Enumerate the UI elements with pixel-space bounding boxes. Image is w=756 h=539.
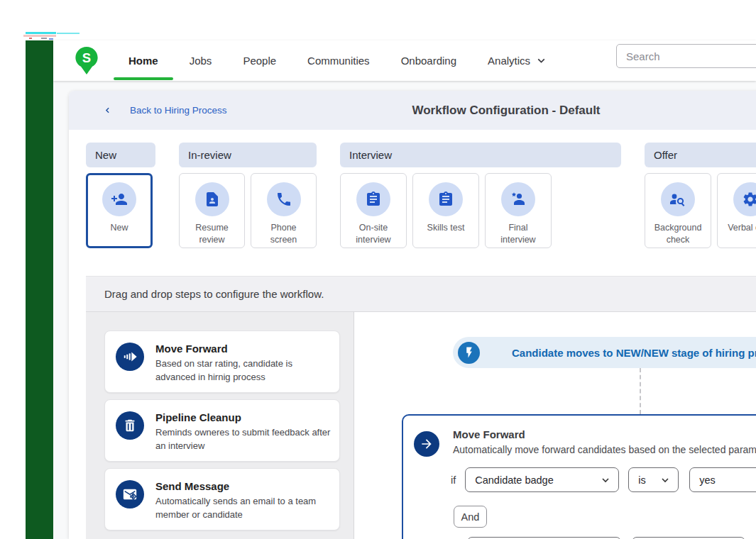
nav-item-jobs[interactable]: Jobs [190,40,212,81]
stage-card-verbal-offer[interactable]: Verbal offer [717,173,756,248]
svg-text:S: S [82,50,91,65]
top-navbar: S Home Jobs People Communities Onboardin… [53,40,756,81]
nav-item-people[interactable]: People [243,40,276,81]
stage-column-new: New New [86,143,155,248]
stage-card-label: Background check [652,222,704,246]
icon-circle [116,480,144,509]
glitch-artifact [49,38,53,40]
step-description: Based on star rating, candidate is advan… [155,357,331,384]
and-condition-button[interactable]: And [454,506,487,528]
stage-column-in-review: In-review Resume review Phone screen [179,143,317,248]
drag-drop-hint-banner: Drag and drop steps to configure the wor… [86,276,756,312]
condition-operator-select[interactable]: is [628,467,679,492]
stage-column-interview: Interview On-site interview Skills test [340,143,621,248]
glitch-artifact [26,32,56,34]
chevron-left-icon [103,106,112,115]
icon-circle [414,431,439,457]
workflow-configuration-panel: Back to Hiring Process Workflow Configur… [69,91,756,539]
stage-column-offer: Offer Background check Verbal offer [645,143,756,248]
stage-header-interview: Interview [340,143,621,167]
fast-forward-icon [122,349,138,365]
stage-header-new: New [86,143,155,167]
glitch-artifact [41,38,47,39]
person-star-icon [510,191,527,208]
stage-card-label: Verbal offer [728,222,756,234]
stage-card-final-interview[interactable]: Final interview [485,173,552,248]
stage-card-label: New [110,222,128,234]
search-input[interactable] [616,44,756,68]
palette-step-pipeline-cleanup[interactable]: Pipeline Cleanup Reminds owneres to subm… [104,399,340,462]
nav-item-communities[interactable]: Communities [307,40,370,81]
nav-item-analytics-label: Analytics [488,55,530,67]
palette-step-move-forward[interactable]: Move Forward Based on star rating, candi… [104,330,340,393]
brand-logo[interactable]: S [75,46,99,75]
step-description: Automatically sends an email to a team m… [155,494,331,521]
stage-card-label: On-site interview [347,222,400,246]
stage-header-in-review: In-review [179,143,317,167]
screen: S Home Jobs People Communities Onboardin… [0,0,756,539]
clipboard-icon [365,191,382,208]
stage-card-phone-screen[interactable]: Phone screen [251,173,317,248]
palette-step-send-message[interactable]: Send Message Automatically sends an emai… [104,468,340,530]
stage-card-label: Final interview [492,222,544,246]
icon-circle [116,411,144,440]
arrow-right-icon [420,437,434,451]
trigger-label: Candidate moves to NEW/NEW stage of hiri… [512,347,756,359]
stage-card-background-check[interactable]: Background check [645,173,711,248]
connector-dashed-line [640,368,641,414]
back-to-hiring-process-link[interactable]: Back to Hiring Process [103,105,227,116]
chevron-down-icon [600,474,611,486]
icon-circle [458,342,480,364]
glitch-artifact [57,33,80,34]
stage-card-on-site-interview[interactable]: On-site interview [340,173,407,248]
icon-circle [733,182,756,216]
trigger-node[interactable]: Candidate moves to NEW/NEW stage of hiri… [453,337,756,368]
nav-item-home[interactable]: Home [128,40,158,81]
icon-circle [102,182,136,216]
glitch-artifact [23,35,56,37]
back-link-label: Back to Hiring Process [130,105,227,116]
lightning-icon [463,346,476,359]
icon-circle [501,182,535,216]
workflow-canvas: Candidate moves to NEW/NEW stage of hiri… [354,312,756,539]
icon-circle [356,182,390,216]
clipboard-icon [437,191,454,208]
background-window-strip [26,40,53,539]
icon-circle [116,343,144,371]
condition-row: if Candidate badge is [451,467,756,492]
stage-card-skills-test[interactable]: Skills test [412,173,479,248]
resume-icon [204,191,221,208]
phone-icon [275,191,292,208]
stage-card-label: Phone screen [258,222,310,246]
gear-icon [742,191,756,208]
condition-value-input[interactable] [689,467,756,492]
mail-send-icon [122,487,138,502]
move-forward-config-card: Move Forward Automatically move forward … [402,414,756,539]
chevron-down-icon [659,474,671,486]
nav-menu: Home Jobs People Communities Onboarding … [128,40,547,81]
step-description: Reminds owneres to submit feedback after… [155,426,331,452]
config-description: Automatically move forward candidates ba… [453,444,756,455]
step-title: Move Forward [155,343,331,355]
stage-header-offer: Offer [645,143,756,167]
workflow-header-bar: Back to Hiring Process Workflow Configur… [69,91,756,130]
icon-circle [195,182,229,216]
person-add-icon [111,191,128,208]
stage-card-resume-review[interactable]: Resume review [179,173,245,248]
person-search-icon [669,191,686,208]
condition-field-select[interactable]: Candidate badge [465,467,619,492]
stage-card-label: Skills test [427,222,465,234]
nav-item-analytics[interactable]: Analytics [488,40,547,81]
condition-operator-value: is [638,474,645,486]
icon-circle [429,182,463,216]
hiring-stages-row: New New In-review [86,143,756,248]
step-title: Send Message [155,480,331,492]
stage-card-label: Resume review [186,222,239,246]
if-label: if [451,474,456,486]
nav-item-onboarding[interactable]: Onboarding [401,40,456,81]
config-title: Move Forward [453,428,525,440]
stage-card-new[interactable]: New [86,173,153,248]
workflow-workspace: Move Forward Based on star rating, candi… [86,312,756,539]
icon-circle [661,182,695,216]
condition-field-value: Candidate badge [475,474,553,486]
